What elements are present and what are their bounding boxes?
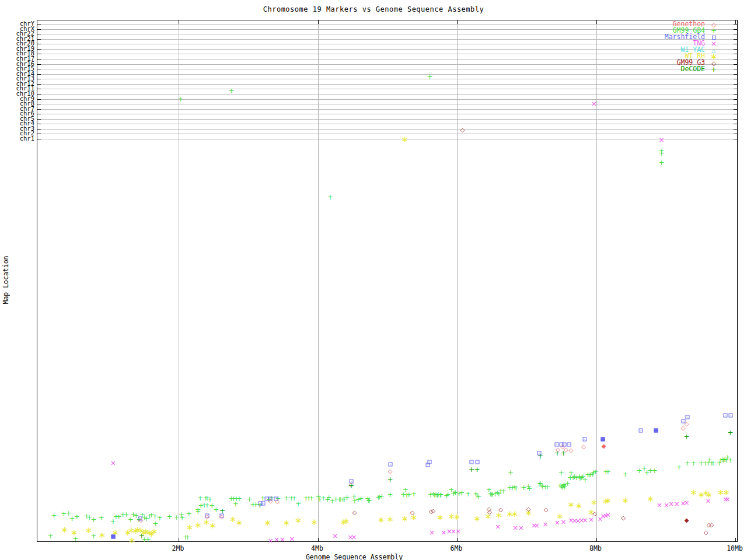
data-point-wirh: ∗: [622, 496, 629, 505]
legend: Genethon◇GM99 GB4+MarshfieldTNG×WI YAC△W…: [647, 21, 722, 72]
data-point-genethon: ◆: [602, 443, 606, 449]
data-point-gm99gb4: +: [710, 460, 716, 467]
y-axis-tick: [37, 74, 41, 75]
data-point-tng: ×: [495, 523, 501, 530]
data-point-marshfield: [111, 535, 115, 539]
y-axis-tick: [37, 64, 41, 65]
data-point-genethon: ◇: [205, 514, 210, 520]
data-point-gm99gb4: +: [166, 513, 172, 520]
data-point-gm99gb4: +: [379, 493, 385, 500]
data-point-gm99gb4: +: [652, 467, 658, 474]
chromosome-line: [37, 129, 737, 130]
data-point-gm99gb4: +: [605, 468, 611, 475]
data-point-decode: +: [469, 466, 474, 473]
data-point-decode: +: [474, 466, 480, 473]
y-axis-tick: [734, 69, 737, 69]
data-point-gm99gb4: +: [309, 495, 315, 502]
y-axis-tick: [734, 74, 737, 75]
data-point-genethon: ◇: [685, 421, 689, 427]
data-point-tng: ×: [267, 537, 273, 544]
y-axis-tick: [734, 24, 737, 24]
data-point-tng: ×: [591, 100, 597, 107]
data-point-gm99gb4: +: [233, 501, 239, 508]
data-point-wirh: ∗: [283, 519, 291, 527]
data-point-gm99gb4: +: [476, 494, 481, 501]
y-tick-label: chr1: [0, 135, 34, 141]
data-point-genethon: ◇: [581, 444, 586, 450]
y-axis-tick: [37, 119, 41, 120]
y-axis-tick: [37, 44, 41, 44]
data-point-marshfield: [724, 414, 728, 418]
x-tick-label: 4Mb: [311, 544, 323, 552]
data-point-genethon: ◇: [139, 517, 144, 523]
data-point-wirh: ∗: [186, 523, 194, 532]
data-point-wirh: ∗: [71, 528, 78, 537]
data-point-decode: +: [348, 482, 354, 489]
chromosome-line: [37, 69, 737, 69]
chromosome-line: [37, 54, 737, 54]
y-axis-tick: [734, 89, 737, 89]
data-point-tng: ×: [280, 536, 285, 543]
data-point-gm99gb4: +: [513, 485, 519, 492]
data-point-wirh: ∗: [209, 522, 217, 530]
chart-page: { "chart_data": { "type": "scatter", "ti…: [0, 0, 747, 560]
legend-label: DeCODE: [647, 66, 705, 72]
data-point-marshfield: [470, 460, 474, 464]
data-point-wirh: ∗: [401, 135, 409, 144]
data-point-gm99gb4: +: [90, 516, 96, 523]
data-point-gm99gb4: +: [51, 512, 57, 519]
data-point-gm99gb4: +: [508, 469, 514, 476]
data-point-wirh: ∗: [343, 517, 350, 526]
x-tick-label: 10Mb: [727, 544, 743, 552]
y-axis-tick: [734, 54, 737, 54]
x-axis-tick: [457, 538, 458, 541]
data-point-decode: +: [554, 450, 560, 457]
chromosome-line: [37, 49, 737, 50]
data-point-decode: +: [139, 533, 145, 540]
y-axis-tick: [734, 34, 737, 34]
x-axis-tick: [318, 538, 319, 541]
x-axis-tick: [735, 20, 736, 24]
chromosome-line: [37, 89, 737, 89]
data-point-wirh: ∗: [473, 514, 481, 523]
data-point-gm99g3: ◇: [526, 506, 531, 512]
y-axis-tick: [734, 44, 737, 44]
x-axis-tick: [179, 20, 179, 24]
y-axis-tick: [37, 134, 41, 134]
data-point-wirh: ∗: [690, 488, 697, 497]
y-axis-tick: [734, 64, 737, 65]
data-point-gm99gb4: +: [438, 491, 444, 498]
x-tick-label: 8Mb: [589, 544, 602, 552]
y-axis-tick: [37, 89, 41, 89]
data-point-marshfield: [654, 429, 658, 433]
data-point-gm99gb4: +: [179, 514, 185, 522]
data-point-wirh: ∗: [575, 502, 582, 510]
data-point-wirh: ∗: [401, 514, 409, 523]
data-point-tng: ×: [725, 496, 731, 503]
x-axis-tick: [735, 538, 736, 541]
y-axis-tick: [734, 49, 737, 50]
data-point-wirh: ∗: [264, 519, 271, 527]
data-point-marshfield: [685, 415, 689, 419]
data-point-gm99gb4: +: [659, 159, 665, 166]
x-axis-tick: [179, 538, 179, 541]
y-axis-tick: [734, 84, 737, 85]
data-point-gm99g3: ◇: [704, 530, 708, 536]
data-point-tng: ×: [455, 528, 461, 535]
data-point-wirh: ∗: [194, 521, 202, 530]
plot-area: ++++++++++++++++++++++++++++++++++++++++…: [37, 20, 738, 542]
data-point-gm99gb4: +: [295, 501, 301, 508]
data-point-tng: ×: [683, 499, 689, 506]
y-axis-tick: [37, 39, 41, 40]
data-point-tng: ×: [582, 517, 588, 524]
data-point-gm99g3: ◆: [685, 517, 689, 523]
data-point-tng: ×: [657, 502, 662, 509]
data-point-gm99gb4: +: [327, 194, 333, 201]
data-point-wirh: ∗: [386, 515, 394, 524]
data-point-genethon: ◇: [275, 499, 280, 505]
data-point-tng: ×: [554, 519, 560, 526]
chromosome-line: [37, 134, 737, 134]
data-point-wirh: ∗: [128, 536, 136, 545]
data-point-decode: +: [537, 453, 543, 460]
data-point-gm99gb4: +: [544, 484, 550, 491]
